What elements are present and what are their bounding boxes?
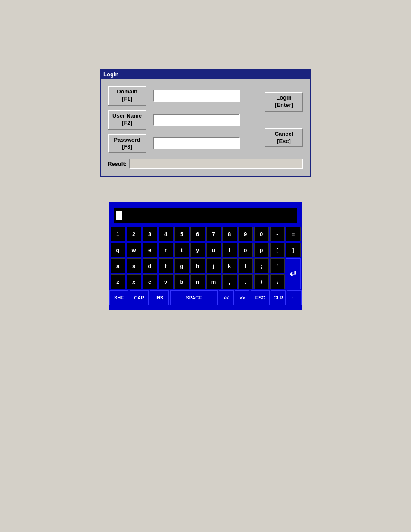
kb-key-b[interactable]: b	[174, 274, 189, 289]
kb-key-y[interactable]: y	[190, 243, 205, 257]
kb-key-8[interactable]: 8	[222, 227, 237, 241]
domain-input[interactable]	[153, 90, 240, 102]
kb-key-w[interactable]: w	[127, 243, 141, 257]
kb-space-button[interactable]: SPACE	[170, 290, 218, 305]
kb-key-v[interactable]: v	[159, 274, 173, 289]
kb-ins-button[interactable]: INS	[150, 290, 169, 305]
kb-key-l[interactable]: l	[238, 258, 253, 273]
kb-key-t[interactable]: t	[174, 243, 189, 257]
kb-bottom-row: SHF CAP INS SPACE << >> ESC CLR ←	[114, 290, 297, 305]
password-button[interactable]: Password [F3]	[108, 134, 146, 154]
kb-left-button[interactable]: <<	[219, 290, 234, 305]
kb-key-lbracket[interactable]: [	[270, 243, 285, 257]
kb-key-h[interactable]: h	[190, 258, 205, 273]
kb-key-m[interactable]: m	[206, 274, 221, 289]
kb-clr-button[interactable]: CLR	[271, 290, 286, 305]
result-field	[129, 159, 303, 169]
kb-key-minus[interactable]: -	[270, 227, 285, 241]
result-label: Result:	[108, 161, 127, 167]
kb-key-quote[interactable]: '	[270, 258, 285, 273]
kb-key-semicolon[interactable]: ;	[254, 258, 269, 273]
kb-key-2[interactable]: 2	[127, 227, 141, 241]
result-row: Result:	[108, 159, 303, 169]
kb-key-7[interactable]: 7	[206, 227, 221, 241]
username-input[interactable]	[153, 114, 240, 126]
kb-key-p[interactable]: p	[254, 243, 269, 257]
kb-key-k[interactable]: k	[222, 258, 237, 273]
kb-key-period[interactable]: .	[238, 274, 253, 289]
kb-row-qwerty: q w e r t y u i o p [ ]	[114, 243, 297, 257]
login-titlebar: Login	[101, 70, 310, 79]
kb-key-1[interactable]: 1	[111, 227, 125, 241]
kb-key-0[interactable]: 0	[254, 227, 269, 241]
kb-key-f[interactable]: f	[159, 258, 173, 273]
kb-key-rbracket[interactable]: ]	[286, 243, 301, 257]
kb-key-6[interactable]: 6	[190, 227, 205, 241]
kb-key-g[interactable]: g	[174, 258, 189, 273]
kb-key-e[interactable]: e	[143, 243, 157, 257]
kb-key-4[interactable]: 4	[159, 227, 173, 241]
keyboard-cursor	[116, 211, 122, 220]
kb-key-9[interactable]: 9	[238, 227, 253, 241]
kb-key-q[interactable]: q	[111, 243, 125, 257]
kb-row-numbers: 1 2 3 4 5 6 7 8 9 0 - =	[114, 227, 297, 241]
kb-key-equals[interactable]: =	[286, 227, 301, 241]
keyboard: 1 2 3 4 5 6 7 8 9 0 - = q w e r t y u i …	[109, 202, 302, 310]
kb-key-c[interactable]: c	[143, 274, 157, 289]
kb-backspace-button[interactable]: ←	[287, 290, 302, 305]
kb-key-backslash[interactable]: \	[270, 274, 285, 289]
kb-enter-button[interactable]: ↵	[286, 258, 301, 289]
username-button[interactable]: User Name [F2]	[108, 110, 146, 130]
kb-key-d[interactable]: d	[143, 258, 157, 273]
kb-key-5[interactable]: 5	[174, 227, 189, 241]
login-title: Login	[103, 71, 118, 78]
kb-right-button[interactable]: >>	[235, 290, 249, 305]
kb-key-o[interactable]: o	[238, 243, 253, 257]
kb-key-z[interactable]: z	[111, 274, 125, 289]
kb-key-u[interactable]: u	[206, 243, 221, 257]
kb-key-i[interactable]: i	[222, 243, 237, 257]
kb-key-slash[interactable]: /	[254, 274, 269, 289]
kb-key-j[interactable]: j	[206, 258, 221, 273]
password-input[interactable]	[153, 137, 240, 149]
kb-key-s[interactable]: s	[127, 258, 141, 273]
cancel-button[interactable]: Cancel [Esc]	[265, 128, 303, 148]
kb-key-x[interactable]: x	[127, 274, 141, 289]
kb-key-n[interactable]: n	[190, 274, 205, 289]
kb-key-3[interactable]: 3	[143, 227, 157, 241]
kb-key-a[interactable]: a	[111, 258, 125, 273]
kb-caps-button[interactable]: CAP	[130, 290, 149, 305]
login-dialog: Login Domain [F1] User Name [F2]	[100, 69, 311, 177]
domain-button[interactable]: Domain [F1]	[108, 86, 146, 106]
keyboard-display	[114, 208, 297, 223]
kb-esc-button[interactable]: ESC	[251, 290, 270, 305]
kb-key-r[interactable]: r	[159, 243, 173, 257]
kb-key-comma[interactable]: ,	[222, 274, 237, 289]
login-button[interactable]: Login [Enter]	[265, 92, 303, 112]
kb-shift-button[interactable]: SHF	[109, 290, 128, 305]
